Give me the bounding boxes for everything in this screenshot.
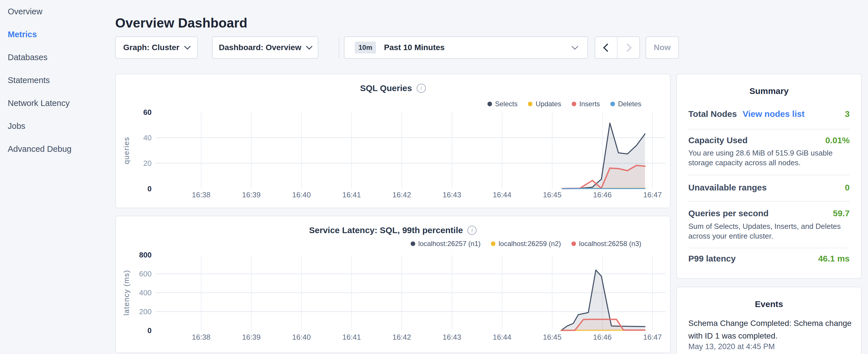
- svg-text:800: 800: [139, 251, 152, 259]
- svg-text:20: 20: [143, 159, 152, 167]
- legend-dot: [411, 242, 415, 246]
- svg-text:16:47: 16:47: [643, 333, 662, 342]
- sidebar-item-advanced-debug[interactable]: Advanced Debug: [0, 137, 115, 160]
- graph-dropdown[interactable]: Graph: Cluster: [115, 36, 198, 59]
- svg-text:0: 0: [148, 326, 152, 335]
- toolbar-divider: [339, 37, 339, 58]
- sidebar-item-jobs[interactable]: Jobs: [0, 115, 115, 137]
- legend-item: localhost:26257 (n1): [411, 240, 480, 248]
- capacity-used-label: Capacity Used: [688, 135, 748, 145]
- p99-latency-label: P99 latency: [688, 254, 736, 263]
- chevron-down-icon: [306, 43, 313, 50]
- unavailable-ranges-label: Unavailable ranges: [688, 183, 767, 192]
- time-back-button[interactable]: [595, 37, 618, 58]
- total-nodes-value: 3: [845, 109, 850, 119]
- summary-panel: Summary Total Nodes View nodes list 3 Ca…: [676, 74, 862, 279]
- capacity-used-note: You are using 28.6 MiB of 515.9 GiB usab…: [688, 148, 850, 167]
- info-icon[interactable]: i: [467, 226, 476, 235]
- legend-dot: [572, 102, 576, 106]
- service-latency-chart-canvas[interactable]: 16:3816:3916:4016:4116:4216:4316:4416:45…: [116, 216, 670, 353]
- now-button[interactable]: Now: [646, 36, 679, 59]
- sql-queries-chart-canvas[interactable]: 16:3816:3916:4016:4116:4216:4316:4416:45…: [116, 74, 670, 207]
- sidebar-item-metrics[interactable]: Metrics: [0, 23, 115, 46]
- capacity-used-value: 0.01%: [825, 135, 850, 145]
- event-timestamp: May 13, 2020 at 4:45 PM: [688, 342, 775, 351]
- queries-per-second-note: Sum of Selects, Updates, Inserts, and De…: [688, 221, 850, 241]
- svg-text:200: 200: [139, 307, 152, 316]
- summary-row-qps: Queries per second 59.7: [688, 208, 850, 218]
- chevron-down-icon: [572, 43, 578, 50]
- svg-text:16:40: 16:40: [292, 333, 311, 342]
- legend-item: Deletes: [610, 100, 641, 108]
- legend-dot: [488, 102, 492, 106]
- divider: [688, 175, 850, 175]
- svg-text:16:39: 16:39: [242, 190, 260, 199]
- svg-text:16:38: 16:38: [192, 190, 210, 199]
- svg-text:16:45: 16:45: [543, 190, 561, 199]
- legend-label: Updates: [535, 100, 561, 108]
- time-forward-button[interactable]: [618, 37, 639, 58]
- svg-text:16:47: 16:47: [643, 190, 662, 199]
- summary-row-total-nodes: Total Nodes View nodes list 3: [688, 109, 850, 119]
- sidebar: Overview Metrics Databases Statements Ne…: [0, 0, 115, 354]
- divider: [688, 201, 850, 202]
- svg-text:16:45: 16:45: [543, 333, 561, 342]
- summary-row-capacity: Capacity Used 0.01%: [688, 135, 850, 145]
- svg-text:16:41: 16:41: [342, 333, 361, 342]
- time-range-badge: 10m: [355, 41, 376, 54]
- legend-label: localhost:26257 (n1): [418, 240, 480, 248]
- legend-dot: [491, 242, 495, 246]
- sidebar-item-statements[interactable]: Statements: [0, 69, 115, 92]
- sidebar-item-overview[interactable]: Overview: [0, 0, 115, 23]
- svg-text:queries: queries: [122, 137, 131, 164]
- toolbar: Graph: Cluster Dashboard: Overview 10m P…: [115, 36, 803, 59]
- sidebar-item-databases[interactable]: Databases: [0, 46, 115, 69]
- svg-text:16:39: 16:39: [242, 333, 260, 342]
- chevron-right-icon: [623, 43, 631, 52]
- legend-item: localhost:26258 (n3): [571, 240, 641, 248]
- svg-text:16:40: 16:40: [292, 190, 311, 199]
- svg-text:16:46: 16:46: [593, 190, 612, 199]
- summary-title: Summary: [677, 86, 861, 96]
- view-nodes-list-link[interactable]: View nodes list: [743, 109, 804, 119]
- queries-per-second-value: 59.7: [833, 208, 850, 218]
- legend-label: Selects: [495, 100, 518, 108]
- chart-legend: localhost:26257 (n1) localhost:26259 (n2…: [411, 240, 641, 248]
- legend-item: Inserts: [572, 100, 600, 108]
- time-pager: [595, 36, 640, 59]
- chart-title: Service Latency: SQL, 99th percentile: [309, 225, 463, 235]
- divider: [688, 129, 850, 129]
- svg-text:600: 600: [139, 269, 152, 278]
- svg-text:16:43: 16:43: [442, 190, 461, 199]
- sql-queries-chart-card: 16:3816:3916:4016:4116:4216:4316:4416:45…: [115, 74, 671, 208]
- legend-label: Inserts: [580, 100, 600, 108]
- p99-latency-value: 46.1 ms: [818, 254, 850, 263]
- event-message[interactable]: Schema Change Completed: Schema change w…: [688, 317, 854, 342]
- divider: [688, 248, 850, 248]
- time-range-dropdown[interactable]: 10m Past 10 Minutes: [344, 36, 588, 59]
- dashboard-dropdown[interactable]: Dashboard: Overview: [212, 36, 318, 59]
- graph-dropdown-label: Graph: Cluster: [123, 43, 179, 52]
- legend-dot: [571, 242, 576, 246]
- info-icon[interactable]: i: [417, 84, 426, 93]
- unavailable-ranges-value: 0: [845, 183, 850, 192]
- svg-text:16:44: 16:44: [493, 333, 511, 342]
- svg-text:16:46: 16:46: [593, 333, 612, 342]
- events-panel: Events Schema Change Completed: Schema c…: [676, 287, 862, 354]
- legend-label: localhost:26258 (n3): [579, 240, 641, 248]
- total-nodes-label: Total Nodes: [688, 109, 737, 119]
- svg-text:40: 40: [143, 133, 152, 142]
- svg-text:16:42: 16:42: [392, 190, 411, 199]
- svg-text:400: 400: [139, 288, 152, 297]
- svg-text:16:44: 16:44: [493, 190, 511, 199]
- chevron-left-icon: [603, 43, 612, 52]
- summary-row-unavailable-ranges: Unavailable ranges 0: [688, 183, 850, 192]
- legend-dot: [528, 102, 532, 106]
- time-range-label: Past 10 Minutes: [384, 43, 564, 52]
- events-title: Events: [677, 299, 861, 309]
- legend-label: Deletes: [618, 100, 641, 108]
- sidebar-item-network-latency[interactable]: Network Latency: [0, 92, 115, 115]
- legend-dot: [610, 102, 615, 106]
- svg-text:latency (ms): latency (ms): [122, 270, 131, 316]
- chevron-down-icon: [184, 43, 191, 50]
